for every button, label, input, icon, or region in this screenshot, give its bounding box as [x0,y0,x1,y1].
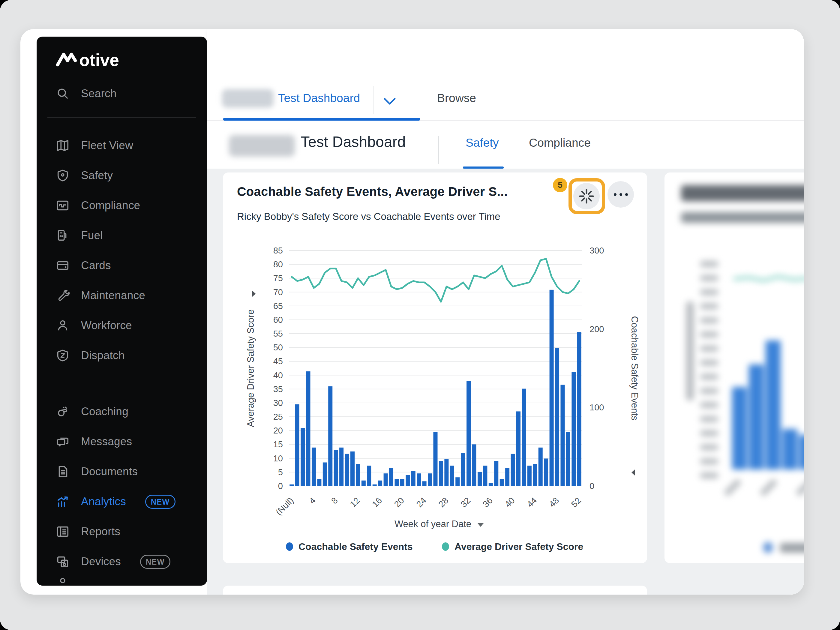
svg-text:52: 52 [569,496,583,509]
next-card-partial [223,586,647,595]
svg-text:40: 40 [503,496,516,509]
svg-text:30: 30 [273,398,283,408]
tab-safety[interactable]: Safety [466,136,499,149]
sidebar-item-documents[interactable]: Documents [36,457,207,486]
svg-text:4: 4 [307,496,317,506]
highlighted-refresh-button[interactable] [568,178,605,214]
sidebar-item-label: Safety [81,169,113,182]
sidebar-item-cards[interactable]: Cards [36,251,207,280]
sidebar-item-label: Devices [81,555,121,568]
motive-logo: otive [55,50,130,69]
svg-text:Average Driver Safety Score: Average Driver Safety Score [455,541,583,552]
report-icon [56,525,69,538]
sidebar-item-workforce[interactable]: Workforce [36,311,207,340]
sidebar-item-fleet-view[interactable]: Fleet View [36,131,207,160]
svg-text:Week of year Date: Week of year Date [395,519,471,529]
sidebar-divider [47,117,196,118]
sidebar-item-label: Coaching [81,405,128,418]
page-title: Test Dashboard [301,133,406,151]
sidebar-item-label: Dispatch [81,349,125,362]
app-window: otive SearchFleet ViewSafetyComplianceFu… [21,29,804,595]
svg-text:0: 0 [589,481,594,491]
tab-browse[interactable]: Browse [437,92,476,105]
sidebar-item-compliance[interactable]: Compliance [36,191,207,220]
sidebar-item-coaching[interactable]: Coaching [36,397,207,426]
svg-text:8: 8 [329,496,339,506]
svg-text:40: 40 [273,371,283,380]
document-icon [56,465,69,478]
safety-tab-underline [463,166,504,169]
sidebar-item-fuel[interactable]: Fuel [36,221,207,250]
sidebar-item-messages[interactable]: Messages [36,427,207,456]
whistle-icon [56,405,69,418]
sidebar-item-label: Search [81,87,117,100]
tab-test-dashboard[interactable]: Test Dashboard [278,92,360,105]
dispatch-icon [56,349,69,362]
svg-text:10: 10 [273,453,283,463]
wrench-icon [56,289,69,302]
sidebar-item-reports[interactable]: Reports [36,517,207,546]
svg-text:24: 24 [414,496,428,509]
svg-text:otive: otive [79,51,119,69]
sidebar-item-label: Workforce [81,319,132,332]
redacted-title-prefix [229,135,295,156]
svg-text:32: 32 [459,496,472,509]
svg-text:5: 5 [278,467,283,477]
sidebar-item-maintenance[interactable]: Maintenance [36,281,207,310]
sidebar-item-dispatch[interactable]: Dispatch [36,341,207,370]
card-menu-button[interactable] [608,181,634,208]
svg-text:200: 200 [589,324,604,334]
svg-text:28: 28 [436,496,450,509]
analytics-icon [56,495,69,508]
burst-icon [579,189,594,204]
dashboard-content: Coachable Safety Events, Average Driver … [207,169,804,595]
svg-text:20: 20 [273,426,283,435]
blurred-chart-card [665,172,804,563]
devices-icon [56,555,69,568]
redacted-tab-prefix [222,89,273,108]
chart-card-title: Coachable Safety Events, Average Driver … [237,185,508,199]
sidebar-item-label: Documents [81,465,138,478]
svg-text:12: 12 [348,496,362,509]
svg-text:Coachable Safety Events: Coachable Safety Events [298,541,413,552]
svg-text:45: 45 [273,357,283,366]
dual-axis-chart: 0510152025303540455055606570758085010020… [223,238,647,563]
svg-text:80: 80 [273,259,283,269]
sidebar-item-partial [56,576,69,586]
sidebar-item-devices[interactable]: DevicesNEW [36,547,207,576]
sidebar-item-label: Compliance [81,199,140,212]
sidebar-item-search[interactable]: Search [36,79,207,108]
svg-text:20: 20 [392,496,406,509]
svg-text:48: 48 [547,496,561,509]
svg-text:75: 75 [273,273,283,283]
sidebar-item-label: Cards [81,259,111,272]
main-area: Test Dashboard Browse Test Dashboard Saf… [207,29,804,595]
svg-text:44: 44 [525,496,538,509]
sidebar-item-analytics[interactable]: AnalyticsNEW [36,487,207,516]
sidebar-item-label: Maintenance [81,289,145,302]
svg-text:35: 35 [273,384,283,394]
screen-background: otive SearchFleet ViewSafetyComplianceFu… [0,0,840,630]
credit-card-icon [56,259,69,272]
new-badge: NEW [140,555,171,569]
svg-text:65: 65 [273,301,283,311]
svg-text:15: 15 [273,439,283,449]
sidebar-item-safety[interactable]: Safety [36,161,207,190]
chart-card: Coachable Safety Events, Average Driver … [223,172,647,563]
tab-divider [374,86,374,114]
chevron-down-icon[interactable] [384,98,396,106]
sidebar-divider [47,384,196,384]
person-icon [56,319,69,332]
header-divider [438,136,439,164]
shield-icon [56,169,69,182]
annotation-badge: 5 [553,178,567,192]
sidebar-item-label: Fleet View [81,139,133,152]
svg-text:36: 36 [481,496,494,509]
sidebar: otive SearchFleet ViewSafetyComplianceFu… [36,36,207,586]
tab-compliance[interactable]: Compliance [529,136,591,149]
blurred-card-content [665,172,804,563]
svg-text:Average Driver Safety Score: Average Driver Safety Score [245,309,256,427]
active-tab-underline [223,118,420,121]
svg-text:50: 50 [273,343,283,352]
fuel-pump-icon [56,229,69,242]
